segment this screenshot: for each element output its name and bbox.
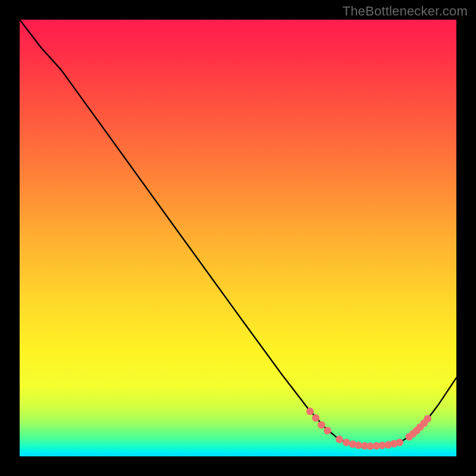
- plot-area: [20, 20, 456, 456]
- data-dot: [324, 427, 331, 434]
- dot-layer: [306, 408, 431, 450]
- data-dot: [343, 439, 350, 446]
- data-dot: [396, 439, 403, 446]
- chart-frame: TheBottlenecker.com: [0, 0, 476, 476]
- data-dot: [336, 436, 343, 443]
- data-dot: [306, 408, 314, 415]
- data-dot: [318, 421, 325, 429]
- bottleneck-curve: [20, 20, 456, 446]
- data-dot: [424, 415, 431, 423]
- data-dot: [312, 414, 320, 422]
- watermark-text: TheBottlenecker.com: [343, 4, 468, 19]
- plot-svg: [20, 20, 456, 456]
